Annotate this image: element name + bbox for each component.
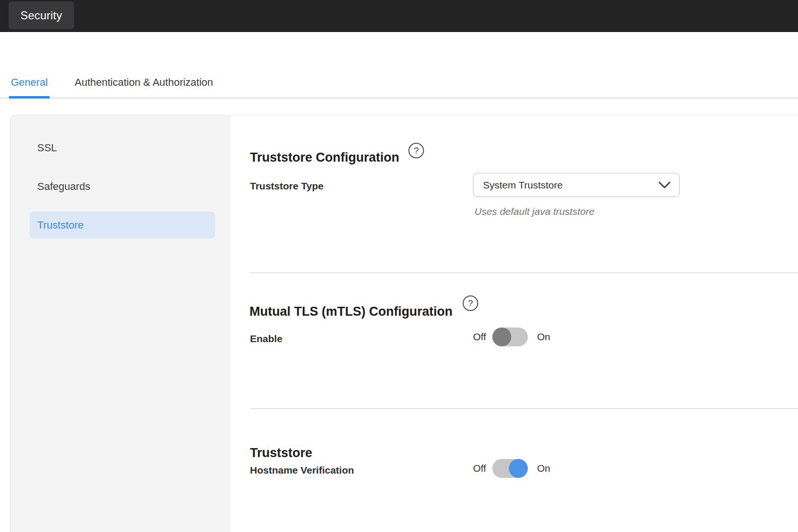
truststore-type-helper-text: Uses default java truststore — [474, 206, 594, 217]
sidebar-item-truststore[interactable]: Truststore — [30, 212, 215, 238]
truststore-section-title: Truststore — [250, 446, 312, 460]
tab-bar: General Authentication & Authorization — [0, 67, 798, 98]
truststore-configuration-help-icon[interactable]: ? — [408, 143, 424, 158]
mtls-enable-label: Enable — [250, 333, 283, 344]
section-divider — [250, 272, 798, 273]
truststore-type-label: Truststore Type — [250, 180, 324, 192]
tab-general[interactable]: General — [9, 67, 50, 98]
sidebar-item-ssl-label: SSL — [37, 142, 57, 154]
toggle-on-label: On — [537, 463, 550, 474]
sidebar-item-safeguards-label: Safeguards — [37, 180, 91, 193]
chevron-down-icon — [658, 181, 671, 189]
tab-authentication-authorization-label: Authentication & Authorization — [75, 76, 213, 89]
toggle-knob — [492, 327, 511, 346]
sidebar-item-safeguards[interactable]: Safeguards — [30, 173, 215, 200]
truststore-configuration-title: Truststore Configuration — [250, 150, 399, 165]
page-title-text: Security — [20, 9, 62, 22]
mtls-configuration-help-icon[interactable]: ? — [463, 295, 478, 311]
settings-card: SSL Safeguards Truststore Truststore Con… — [10, 115, 798, 532]
hostname-verification-label: Hostname Verification — [250, 465, 354, 476]
toggle-knob — [509, 459, 528, 478]
page-title: Security — [8, 1, 74, 29]
truststore-type-select[interactable]: System Truststore — [473, 173, 680, 197]
question-mark-icon: ? — [468, 298, 473, 309]
toggle-off-label: Off — [473, 331, 486, 343]
truststore-type-selected-value: System Truststore — [483, 180, 658, 191]
hostname-verification-toggle-row: Off On — [473, 459, 550, 478]
section-divider — [250, 408, 798, 409]
mtls-configuration-title: Mutual TLS (mTLS) Configuration — [249, 304, 452, 319]
sidebar-item-truststore-label: Truststore — [37, 219, 83, 231]
settings-sidebar: SSL Safeguards Truststore — [10, 115, 231, 532]
mtls-enable-toggle-row: Off On — [473, 327, 550, 346]
toggle-off-label: Off — [473, 463, 486, 474]
sidebar-item-ssl[interactable]: SSL — [30, 134, 215, 161]
mtls-enable-toggle[interactable] — [492, 327, 528, 346]
hostname-verification-toggle[interactable] — [492, 459, 528, 478]
toggle-on-label: On — [537, 331, 550, 343]
tab-authentication-authorization[interactable]: Authentication & Authorization — [73, 67, 215, 98]
question-mark-icon: ? — [414, 146, 419, 156]
app-header: Security — [0, 0, 798, 32]
tab-general-label: General — [11, 76, 48, 89]
